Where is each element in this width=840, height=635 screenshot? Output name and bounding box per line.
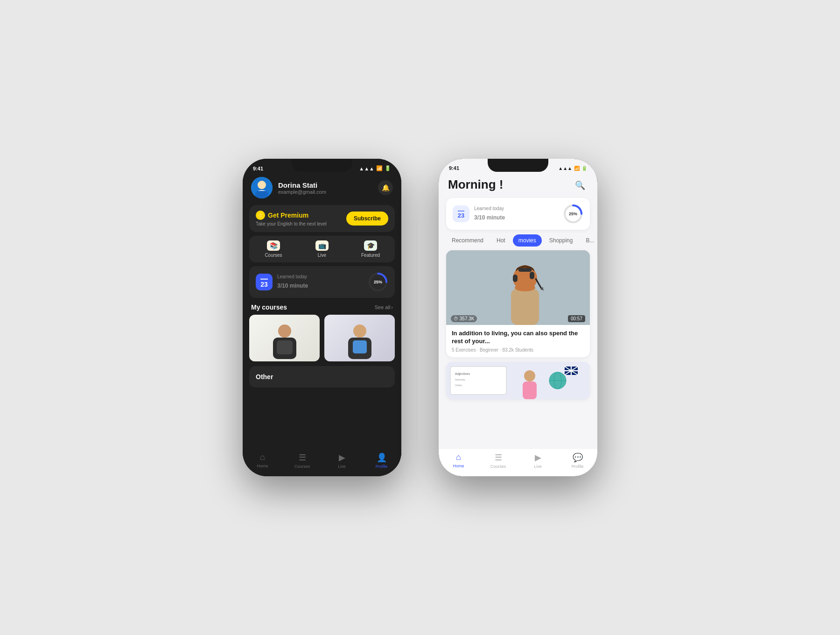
nav-home-dark[interactable]: ⌂ Home <box>243 452 282 469</box>
course-card-1[interactable] <box>249 315 320 361</box>
live-nav-icon-dark: ▶ <box>339 452 345 463</box>
video-duration: 00:57 <box>568 315 585 322</box>
courses-nav-icon-light: ☰ <box>495 452 502 463</box>
dark-phone: 9:41 ▲▲▲ 📶 🔋 Dori <box>243 159 401 476</box>
svg-rect-17 <box>518 268 532 269</box>
video-thumbnail: ⏱ 357.3K 00:57 <box>446 250 590 325</box>
search-button[interactable]: 🔍 <box>572 177 588 193</box>
video-card-small[interactable]: Adjectives Adverbs Verbs <box>446 362 590 399</box>
featured-label: Featured <box>361 253 380 258</box>
signal-icon-light: ▲▲▲ <box>558 166 572 171</box>
progress-label-light: Learned today <box>474 206 558 211</box>
notch-dark <box>292 159 352 172</box>
svg-point-36 <box>524 370 535 381</box>
profile-nav-icon-light: 💬 <box>573 452 583 463</box>
circular-progress-dark: 25% <box>368 272 388 292</box>
screen-light: 9:41 ▲▲▲ 📶 🔋 Morning ! 🔍 ▬▬ 23 <box>439 159 597 476</box>
profile-nav-label-dark: Profile <box>376 464 388 469</box>
svg-point-1 <box>258 181 266 189</box>
other-title: Other <box>256 373 273 381</box>
bottom-nav-light: ⌂ Home ☰ Courses ▶ Live 💬 Profile <box>439 448 597 476</box>
tab-recommend[interactable]: Recommend <box>446 234 489 247</box>
courses-nav-icon-dark: ☰ <box>299 452 306 463</box>
bottom-nav-dark: ⌂ Home ☰ Courses ▶ Live 👤 Profile <box>243 449 401 476</box>
nav-live-light[interactable]: ▶ Live <box>518 452 558 469</box>
svg-point-8 <box>353 325 366 338</box>
tab-hot[interactable]: Hot <box>491 234 511 247</box>
courses-nav-label-dark: Courses <box>294 464 310 469</box>
svg-point-20 <box>515 284 535 291</box>
light-header: Morning ! 🔍 <box>439 173 597 196</box>
quick-link-featured[interactable]: 🎓 Featured <box>346 240 395 258</box>
premium-icon: ⭐ <box>256 211 265 220</box>
status-icons-dark: ▲▲▲ 📶 🔋 <box>359 165 391 171</box>
progress-text-light: Learned today 3/10 minute <box>474 206 558 222</box>
premium-subtitle: Take your English to the next level <box>256 221 346 226</box>
tab-books[interactable]: B... <box>580 234 597 247</box>
video-overlay: ⏱ 357.3K 00:57 <box>446 312 590 325</box>
course-card-2[interactable] <box>324 315 395 361</box>
live-nav-label-dark: Live <box>338 464 346 469</box>
greeting: Morning ! <box>448 177 503 192</box>
avatar-dark <box>251 177 273 198</box>
calendar-date-dark: 23 <box>260 281 268 288</box>
courses-label: Courses <box>265 253 282 258</box>
nav-home-light[interactable]: ⌂ Home <box>439 452 478 469</box>
courses-nav-label-light: Courses <box>490 464 506 469</box>
category-tabs: Recommend Hot movies Shopping B... <box>439 234 597 250</box>
signal-icon-dark: ▲▲▲ <box>359 166 374 171</box>
calendar-date-light: 23 <box>458 212 464 219</box>
user-email: example@gmail.com <box>278 189 372 195</box>
video-card-main[interactable]: ⏱ 357.3K 00:57 In addition to living, yo… <box>446 250 590 357</box>
nav-profile-dark[interactable]: 👤 Profile <box>362 452 401 469</box>
time-dark: 9:41 <box>253 166 263 171</box>
video-meta: 5 Exercises · Beginner · 83.2k Students <box>452 347 584 353</box>
wifi-icon-dark: 📶 <box>376 165 383 171</box>
my-courses-header: My courses See all › <box>243 302 401 315</box>
svg-rect-7 <box>277 340 293 354</box>
home-label-light: Home <box>453 464 464 468</box>
tab-shopping[interactable]: Shopping <box>544 234 579 247</box>
live-nav-label-light: Live <box>534 464 542 469</box>
svg-point-5 <box>278 325 291 338</box>
svg-rect-15 <box>513 275 518 282</box>
status-icons-light: ▲▲▲ 📶 🔋 <box>558 166 587 171</box>
profile-nav-label-light: Profile <box>572 464 584 469</box>
progress-value-light: 3/10 minute <box>474 212 558 222</box>
progress-value-dark: 3/10 minute <box>277 280 363 290</box>
progress-text-dark: Learned today 3/10 minute <box>277 274 363 290</box>
other-section: Other <box>249 366 395 388</box>
video-views: ⏱ 357.3K <box>451 315 477 322</box>
nav-profile-light[interactable]: 💬 Profile <box>558 452 597 469</box>
featured-icon: 🎓 <box>364 240 377 251</box>
home-icon-light: ⌂ <box>456 452 461 462</box>
user-name: Dorina Stati <box>278 181 372 189</box>
quick-link-live[interactable]: 📺 Live <box>298 240 346 258</box>
circular-progress-light: 25% <box>563 204 583 224</box>
live-nav-icon-light: ▶ <box>535 452 541 463</box>
progress-card-light: ▬▬ 23 Learned today 3/10 minute <box>446 198 590 230</box>
dark-header: Dorina Stati example@gmail.com 🔔 <box>243 173 401 203</box>
quick-link-courses[interactable]: 📚 Courses <box>249 240 298 258</box>
tab-movies[interactable]: movies <box>513 234 542 247</box>
notification-button[interactable]: 🔔 <box>378 180 393 195</box>
calendar-icon-dark: ▬▬ 23 <box>256 274 273 290</box>
video-title: In addition to living, you can also spen… <box>452 330 584 346</box>
phones-container: 9:41 ▲▲▲ 📶 🔋 Dori <box>243 159 597 476</box>
subscribe-button[interactable]: Subscribe <box>346 212 388 226</box>
wifi-icon-light: 📶 <box>574 166 580 171</box>
nav-courses-light[interactable]: ☰ Courses <box>478 452 518 469</box>
nav-live-dark[interactable]: ▶ Live <box>322 452 362 469</box>
see-all-link[interactable]: See all › <box>375 304 393 310</box>
progress-label-dark: Learned today <box>277 274 363 279</box>
my-courses-title: My courses <box>251 303 287 311</box>
time-light: 9:41 <box>449 165 459 171</box>
live-label: Live <box>318 253 326 258</box>
video-small-thumb: Adjectives Adverbs Verbs <box>446 362 590 399</box>
screen-dark: 9:41 ▲▲▲ 📶 🔋 Dori <box>243 159 401 476</box>
quick-links: 📚 Courses 📺 Live 🎓 Featured <box>249 236 395 262</box>
nav-courses-dark[interactable]: ☰ Courses <box>282 452 322 469</box>
progress-card-dark: ▬▬ 23 Learned today 3/10 minute 25% <box>249 266 395 298</box>
home-label-dark: Home <box>257 464 268 468</box>
light-phone: 9:41 ▲▲▲ 📶 🔋 Morning ! 🔍 ▬▬ 23 <box>439 159 597 476</box>
